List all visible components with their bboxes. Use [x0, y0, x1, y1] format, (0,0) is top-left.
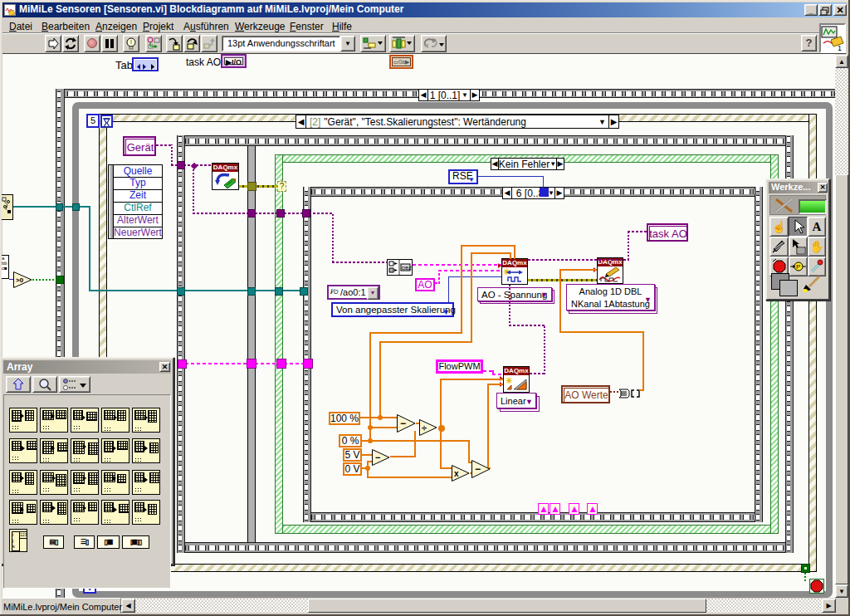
svg-text:−: − — [475, 463, 481, 475]
svg-text:÷: ÷ — [422, 423, 427, 433]
svg-text:x: x — [454, 469, 459, 478]
svg-text:1: 1 — [838, 44, 842, 51]
svg-text:DBZ: DBZ — [402, 266, 412, 271]
svg-text:✳: ✳ — [506, 376, 513, 385]
svg-text:−: − — [400, 418, 406, 429]
svg-text:>0: >0 — [16, 276, 24, 284]
svg-text:P: P — [796, 263, 800, 271]
svg-text:−: − — [375, 452, 380, 462]
